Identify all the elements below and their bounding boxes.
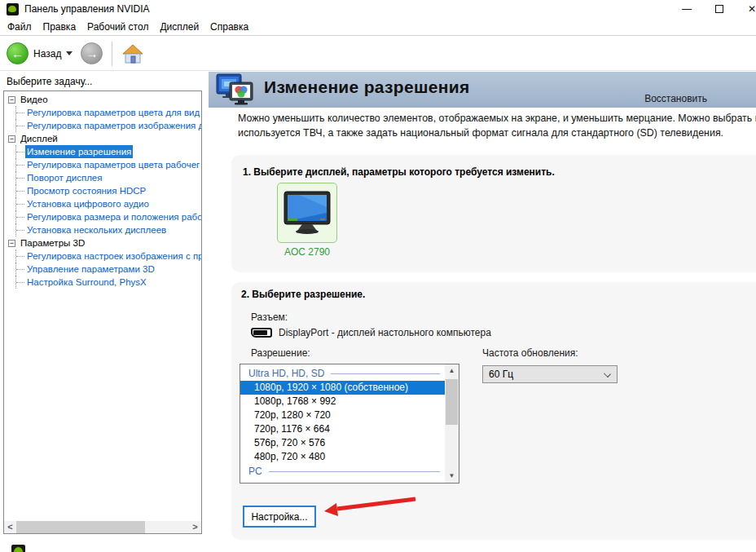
home-icon[interactable] xyxy=(121,43,144,64)
resolution-group-header: Ultra HD, HD, SD xyxy=(240,366,445,381)
tree-group[interactable]: −Дисплей xyxy=(4,132,201,145)
scroll-right-icon[interactable]: > xyxy=(189,521,201,533)
tree-branch-line xyxy=(16,217,24,218)
menu-item[interactable]: Дисплей xyxy=(154,19,204,35)
menu-item[interactable]: Файл xyxy=(2,19,37,35)
customize-button[interactable]: Настройка... xyxy=(243,506,316,528)
tree-task-label: Регулировка параметров изображения д xyxy=(25,119,201,132)
tree-task-item[interactable]: Изменение разрешения xyxy=(15,145,201,158)
tree-group-label: Видео xyxy=(20,93,48,106)
nvidia-footer-icon xyxy=(11,545,25,552)
displayport-connector-icon xyxy=(251,328,272,338)
resolution-option[interactable]: 720p, 1176 × 664 xyxy=(240,422,445,436)
scroll-up-icon[interactable]: ▲ xyxy=(445,364,459,378)
back-arrow-icon: ← xyxy=(11,46,24,60)
scroll-down-icon[interactable]: ▼ xyxy=(445,470,459,483)
titlebar: Панель управления NVIDIA — ✕ xyxy=(0,0,756,19)
description-line-2: используется ТВЧ, а также задать национа… xyxy=(238,126,756,140)
menu-item[interactable]: Рабочий стол xyxy=(81,19,154,35)
tree-task-label: Установка цифрового аудио xyxy=(25,197,151,210)
resolution-option[interactable]: 1080p, 1920 × 1080 (собственное) xyxy=(240,381,445,395)
back-label: Назад xyxy=(33,48,61,60)
refresh-rate-value: 60 Гц xyxy=(489,369,513,380)
tree-task-item[interactable]: Просмотр состояния HDCP xyxy=(15,184,201,197)
forward-button[interactable]: → xyxy=(81,42,103,64)
tree-task-label: Просмотр состояния HDCP xyxy=(25,184,147,197)
tree-task-item[interactable]: Настройка Surround, PhysX xyxy=(15,276,201,289)
group-header-label: PC xyxy=(248,466,262,477)
tree-task-label: Настройка Surround, PhysX xyxy=(25,276,148,289)
tree-group-label: Параметры 3D xyxy=(20,236,85,250)
display-tile-aoc-2790[interactable] xyxy=(277,183,337,243)
collapse-icon[interactable]: − xyxy=(8,135,15,143)
resolution-listbox[interactable]: Ultra HD, HD, SD1080p, 1920 × 1080 (собс… xyxy=(240,364,459,484)
maximize-icon xyxy=(715,5,723,13)
menu-item[interactable]: Правка xyxy=(37,19,82,35)
group-header-rule xyxy=(269,471,440,472)
group-header-rule xyxy=(331,373,440,374)
step1-panel: 1. Выберите дисплей, параметры которого … xyxy=(231,155,756,272)
tree-task-label: Изменение разрешения xyxy=(25,145,133,158)
resolution-option[interactable]: 576p, 720 × 576 xyxy=(240,436,445,450)
step2-panel: 2. Выберите разрешение. Разъем: DisplayP… xyxy=(231,282,756,540)
resolution-option[interactable]: 720p, 1280 × 720 xyxy=(240,408,445,422)
tree-task-item[interactable]: Установка нескольких дисплеев xyxy=(15,223,201,236)
chevron-down-icon xyxy=(604,370,611,378)
resolution-label: Разрешение: xyxy=(251,347,310,359)
tree-task-label: Регулировка параметров цвета рабочег xyxy=(25,158,201,171)
sidebar-header: Выберите задачу... xyxy=(7,76,92,87)
refresh-rate-dropdown[interactable]: 60 Гц xyxy=(482,365,618,383)
tree-branch-line xyxy=(16,269,24,270)
scrollbar-thumb[interactable] xyxy=(446,379,458,425)
group-header-label: Ultra HD, HD, SD xyxy=(248,368,324,379)
nvidia-app-icon xyxy=(7,3,19,15)
tree-task-label: Управление параметрами 3D xyxy=(25,263,156,276)
tree-branch-line xyxy=(16,165,24,166)
resolution-group-header: PC xyxy=(240,464,445,479)
toolbar: ← Назад → xyxy=(0,37,756,71)
tree-task-item[interactable]: Управление параметрами 3D xyxy=(15,263,201,276)
collapse-icon[interactable]: − xyxy=(8,240,15,247)
tree-task-label: Установка нескольких дисплеев xyxy=(25,223,168,236)
collapse-icon[interactable]: − xyxy=(8,96,15,104)
tree-branch-line xyxy=(16,178,24,179)
menu-item[interactable]: Справка xyxy=(204,19,254,35)
page-description: Можно уменьшить количество элементов, от… xyxy=(238,111,756,140)
tree-task-label: Поворот дисплея xyxy=(25,171,103,184)
tree-task-item[interactable]: Поворот дисплея xyxy=(15,171,201,184)
tree-branch-line xyxy=(16,126,24,126)
tree-task-item[interactable]: Регулировка параметров цвета для вид xyxy=(15,106,201,119)
task-tree: −ВидеоРегулировка параметров цвета для в… xyxy=(4,93,201,521)
tree-group[interactable]: −Видео xyxy=(4,93,201,106)
nvidia-control-panel-window: Панель управления NVIDIA — ✕ ФайлПравкаР… xyxy=(0,0,756,552)
resolution-scrollbar[interactable]: ▲ ▼ xyxy=(445,364,459,483)
back-button[interactable]: ← xyxy=(7,42,29,64)
resolution-option[interactable]: 1080p, 1768 × 992 xyxy=(240,395,445,408)
scrollbar-thumb[interactable] xyxy=(16,521,145,533)
tree-task-item[interactable]: Регулировка параметров цвета рабочег xyxy=(15,158,201,171)
page-title: Изменение разрешения xyxy=(264,77,469,97)
tree-task-label: Регулировка настроек изображения с пр xyxy=(25,250,201,263)
minimize-button[interactable]: — xyxy=(673,2,701,17)
tree-task-item[interactable]: Регулировка настроек изображения с пр xyxy=(15,250,201,263)
scroll-left-icon[interactable]: < xyxy=(4,521,16,533)
resolution-list: Ultra HD, HD, SD1080p, 1920 × 1080 (собс… xyxy=(240,366,445,483)
window-title: Панель управления NVIDIA xyxy=(24,3,150,15)
tree-group[interactable]: −Параметры 3D xyxy=(4,236,201,250)
back-history-dropdown-icon[interactable] xyxy=(66,51,73,55)
tree-horizontal-scrollbar[interactable]: < > xyxy=(4,521,201,533)
resolution-option[interactable]: 480p, 720 × 480 xyxy=(240,450,445,464)
tree-task-item[interactable]: Установка цифрового аудио xyxy=(15,197,201,210)
tree-branch-line xyxy=(16,256,24,257)
close-button[interactable]: ✕ xyxy=(748,2,756,17)
tree-branch-line xyxy=(16,230,24,231)
maximize-button[interactable] xyxy=(705,2,733,17)
tree-task-item[interactable]: Регулировка параметров изображения д xyxy=(15,119,201,132)
restore-button[interactable]: Восстановить xyxy=(644,93,707,104)
tree-branch-line xyxy=(16,204,24,205)
tree-task-item[interactable]: Регулировка размера и положения рабо xyxy=(15,210,201,223)
tree-task-label: Регулировка параметров цвета для вид xyxy=(25,106,201,119)
sidebar: Выберите задачу... −ВидеоРегулировка пар… xyxy=(0,72,209,552)
tree-branch-line xyxy=(16,152,24,152)
menubar: ФайлПравкаРабочий столДисплейСправка xyxy=(0,19,756,36)
